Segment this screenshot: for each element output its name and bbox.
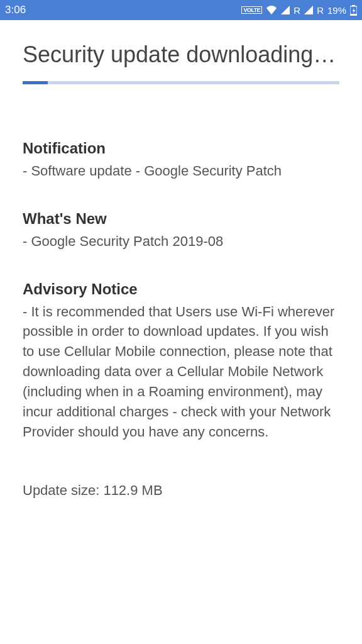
page-title: Security update downloading…: [23, 40, 339, 70]
status-time: 3:06: [5, 4, 26, 16]
notification-heading: Notification: [23, 140, 339, 157]
signal-icon-2: [304, 6, 313, 14]
svg-rect-2: [350, 14, 357, 16]
advisory-body: - It is recommended that Users use Wi-Fi…: [23, 302, 339, 442]
signal-icon-1: [281, 6, 290, 14]
advisory-heading: Advisory Notice: [23, 280, 339, 298]
notification-section: Notification - Software update - Google …: [23, 140, 339, 181]
status-right: VOLTE R R 19%: [241, 5, 357, 16]
content: Security update downloading… Notificatio…: [0, 20, 362, 499]
roaming-indicator-1: R: [293, 5, 300, 16]
wifi-icon: [266, 6, 277, 14]
whats-new-section: What's New - Google Security Patch 2019-…: [23, 210, 339, 252]
download-progress-bar: [23, 81, 339, 84]
battery-percent: 19%: [327, 5, 346, 16]
update-size: Update size: 112.9 MB: [23, 482, 339, 499]
advisory-section: Advisory Notice - It is recommended that…: [23, 280, 339, 442]
notification-body: - Software update - Google Security Patc…: [23, 161, 339, 181]
whats-new-body: - Google Security Patch 2019-08: [23, 231, 339, 252]
whats-new-heading: What's New: [23, 210, 339, 228]
status-bar: 3:06 VOLTE R R 19%: [0, 0, 362, 20]
download-progress-fill: [23, 81, 48, 84]
battery-icon: [350, 5, 357, 16]
volte-icon: VOLTE: [241, 6, 262, 14]
roaming-indicator-2: R: [317, 5, 324, 16]
